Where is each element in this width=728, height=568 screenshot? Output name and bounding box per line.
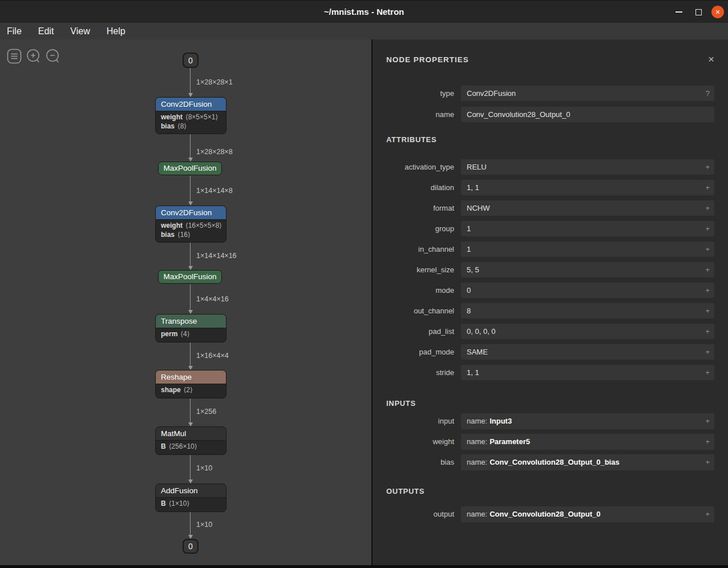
- netron-window: ~/mnist.ms - Netron × File Edit View Hel…: [0, 0, 728, 568]
- graph-input-node[interactable]: 0: [183, 53, 199, 68]
- attribute-value-box[interactable]: 1 +: [461, 241, 714, 257]
- edge-arrow-icon: [188, 535, 193, 539]
- zoom-in-icon: [26, 49, 41, 64]
- edge-label: 1×10: [196, 521, 212, 529]
- graph-output-node[interactable]: 0: [183, 539, 199, 554]
- attribute-value-box[interactable]: 1, 1 +: [461, 365, 714, 380]
- graph-node-transpose[interactable]: Transpose perm⟨4⟩: [155, 314, 227, 343]
- attribute-value-box[interactable]: RELU +: [461, 159, 714, 175]
- attribute-value-box[interactable]: 1, 1 +: [461, 180, 714, 195]
- attribute-row: format NCHW +: [373, 200, 714, 216]
- minimize-button[interactable]: [673, 6, 685, 18]
- expand-icon[interactable]: +: [705, 262, 710, 277]
- edge-arrow-icon: [188, 480, 193, 484]
- menu-edit[interactable]: Edit: [36, 26, 56, 37]
- node-title: AddFusion: [161, 486, 198, 495]
- edge-label: 1×16×4×4: [196, 352, 229, 360]
- attribute-value-box[interactable]: SAME +: [461, 344, 714, 360]
- graph-node-matmul[interactable]: MatMul B⟨256×10⟩: [155, 426, 227, 455]
- window-title: ~/mnist.ms - Netron: [0, 1, 728, 23]
- name-value-box[interactable]: Conv_Convolution28_Output_0: [461, 107, 714, 122]
- expand-icon[interactable]: +: [705, 221, 710, 236]
- graph-node-maxpoolfusion-2[interactable]: MaxPoolFusion: [158, 270, 222, 284]
- attribute-row: kernel_size 5, 5 +: [373, 262, 714, 277]
- expand-icon[interactable]: +: [705, 434, 710, 450]
- input-row: bias name:Conv_Convolution28_Output_0_bi…: [373, 454, 714, 470]
- menu-file[interactable]: File: [5, 26, 24, 37]
- graph-node-conv2dfusion-2[interactable]: Conv2DFusion weight⟨16×5×5×8⟩ bias⟨16⟩: [155, 206, 227, 243]
- minimize-icon: [676, 11, 682, 13]
- node-title: MaxPoolFusion: [163, 272, 216, 281]
- menu-view[interactable]: View: [68, 26, 92, 37]
- attribute-value-box[interactable]: 8 +: [461, 303, 714, 319]
- close-button[interactable]: ×: [711, 6, 724, 18]
- edge-line: [190, 397, 191, 423]
- input-value-box[interactable]: name:Parameter5 +: [461, 434, 714, 450]
- expand-icon[interactable]: +: [705, 303, 710, 319]
- graph-node-reshape[interactable]: Reshape shape⟨2⟩: [155, 370, 227, 398]
- attribute-row: mode 0 +: [373, 283, 714, 298]
- edge-arrow-icon: [188, 366, 193, 370]
- graph-canvas[interactable]: 0 1×28×28×1 1×28×28×8 1×14×14×8 1×14×14×…: [0, 39, 371, 565]
- attribute-row: group 1 +: [373, 221, 714, 236]
- expand-icon[interactable]: +: [705, 159, 710, 175]
- model-properties-button[interactable]: [7, 49, 22, 64]
- attribute-value-box[interactable]: NCHW +: [461, 200, 714, 216]
- outputs-section-title: OUTPUTS: [386, 487, 728, 497]
- edge-line: [190, 284, 191, 311]
- input-row: input name:Input3 +: [373, 413, 714, 429]
- edge-line: [190, 510, 191, 535]
- attribute-row: stride 1, 1 +: [373, 365, 714, 380]
- expand-icon[interactable]: +: [705, 324, 710, 339]
- graph-node-maxpoolfusion-1[interactable]: MaxPoolFusion: [158, 162, 222, 175]
- edge-label: 1×28×28×8: [196, 148, 233, 156]
- attribute-value-box[interactable]: 0, 0, 0, 0 +: [461, 324, 714, 339]
- attribute-row: out_channel 8 +: [373, 303, 714, 319]
- attribute-row: pad_list 0, 0, 0, 0 +: [373, 324, 714, 339]
- property-row-name: name Conv_Convolution28_Output_0: [373, 107, 714, 122]
- graph-node-addfusion[interactable]: AddFusion B⟨1×10⟩: [155, 484, 227, 512]
- expand-icon[interactable]: +: [705, 200, 710, 216]
- titlebar: ~/mnist.ms - Netron ×: [0, 0, 728, 23]
- expand-icon[interactable]: +: [705, 344, 710, 360]
- menubar: File Edit View Help: [0, 23, 728, 39]
- node-properties-panel: NODE PROPERTIES × type Conv2DFusion ? na…: [373, 39, 728, 565]
- maximize-button[interactable]: [692, 6, 705, 18]
- edge-line: [190, 176, 191, 202]
- node-title: MaxPoolFusion: [163, 164, 216, 172]
- attribute-value-box[interactable]: 0 +: [461, 283, 714, 298]
- help-icon[interactable]: ?: [706, 86, 710, 101]
- expand-icon[interactable]: +: [705, 241, 710, 257]
- expand-icon[interactable]: +: [705, 365, 710, 380]
- inputs-section-title: INPUTS: [386, 399, 728, 409]
- attribute-value-box[interactable]: 5, 5 +: [461, 262, 714, 277]
- zoom-in-button[interactable]: [26, 49, 41, 64]
- window-controls: ×: [673, 1, 724, 23]
- zoom-out-button[interactable]: [46, 49, 60, 64]
- expand-icon[interactable]: +: [705, 413, 710, 429]
- attribute-value-box[interactable]: 1 +: [461, 221, 714, 236]
- menu-help[interactable]: Help: [104, 26, 128, 37]
- type-value-box[interactable]: Conv2DFusion ?: [461, 86, 714, 101]
- edge-arrow-icon: [188, 422, 193, 426]
- edge-arrow-icon: [188, 158, 193, 162]
- menu-icon: [7, 49, 22, 64]
- input-value-box[interactable]: name:Conv_Convolution28_Output_0_bias +: [461, 454, 714, 470]
- panel-close-icon[interactable]: ×: [708, 54, 714, 65]
- zoom-out-icon: [46, 49, 60, 64]
- expand-icon[interactable]: +: [705, 283, 710, 298]
- edge-arrow-icon: [188, 310, 193, 314]
- expand-icon[interactable]: +: [705, 180, 710, 195]
- expand-icon[interactable]: +: [705, 454, 710, 470]
- edge-label: 1×4×4×16: [196, 295, 229, 303]
- output-value-box[interactable]: name:Conv_Convolution28_Output_0 +: [461, 506, 714, 522]
- edge-label: 1×256: [196, 408, 216, 416]
- close-icon: ×: [715, 6, 720, 18]
- maximize-icon: [695, 9, 702, 15]
- attribute-row: activation_type RELU +: [373, 159, 714, 175]
- attributes-section-title: ATTRIBUTES: [386, 135, 728, 145]
- expand-icon[interactable]: +: [705, 506, 710, 522]
- graph-node-conv2dfusion-1[interactable]: Conv2DFusion weight⟨8×5×5×1⟩ bias⟨8⟩: [155, 97, 227, 134]
- input-value-box[interactable]: name:Input3 +: [461, 413, 714, 429]
- edge-arrow-icon: [188, 93, 193, 97]
